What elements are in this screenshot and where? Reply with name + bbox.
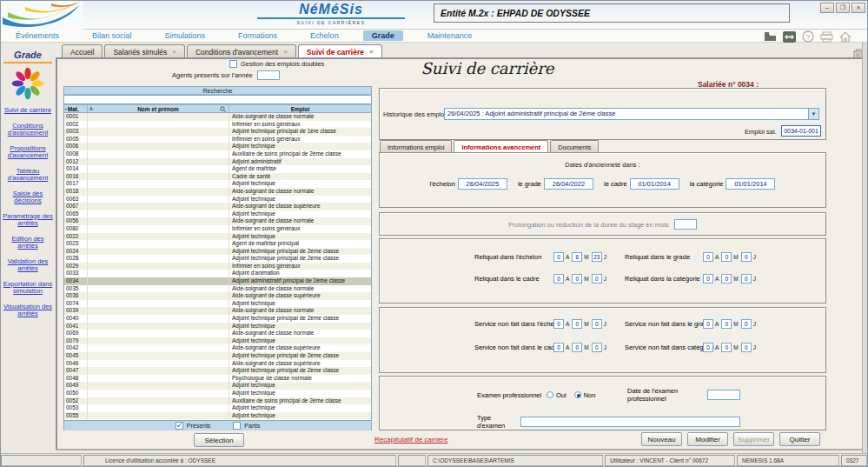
close-icon[interactable]: × [172,48,176,56]
table-row[interactable]: 0033Adjoint d'animation [64,270,371,277]
folder-icon[interactable] [764,31,777,42]
sidebar-item-suivi-de-carriere[interactable]: Suivi de carrière [1,107,55,115]
sidebar-item-visualisation-des-arretes[interactable]: Visualisation des arrêtés [1,304,55,318]
tab-accueil[interactable]: Accueil [62,44,103,58]
presents-checkbox[interactable] [176,422,183,430]
emploi-sal-input[interactable]: 0034-01-001 [781,125,821,137]
help-icon[interactable]: ? [802,30,814,43]
restore-button[interactable]: ❐ [836,3,850,13]
anciennete-le-cadre-input[interactable]: 01/01/2014 [630,178,679,190]
reliquat-dans-le-cadre-j-input[interactable]: 0 [592,274,602,284]
stage-months-input[interactable] [674,219,697,230]
table-row[interactable]: 0034Adjoint administratif principal de 2… [64,277,371,285]
examen-date-input[interactable] [707,390,740,400]
column-emploi[interactable]: Emploi [229,105,371,112]
menu-item-grade[interactable]: Grade [363,30,403,41]
reliquat-dans-le-grade-m-input[interactable]: 0 [721,252,732,262]
reliquat-dans-le-grade-a-input[interactable]: 0 [703,252,713,262]
table-row[interactable]: 0006Adjoint technique [64,143,371,150]
table-row[interactable]: 0039Aide-soignant de classe normale [64,307,371,315]
partis-checkbox[interactable] [233,422,241,430]
service-non-fait-dans-l-echelon-a-input[interactable]: 0 [553,319,564,329]
presents-filter[interactable]: Présents [176,422,211,430]
service-non-fait-dans-l-echelon-m-input[interactable]: 0 [572,319,582,329]
tab-conditions-d-avancement[interactable]: Conditions d'avancement× [187,44,296,58]
sidebar-item-propositions-d-avancement[interactable]: Propositions d'avancement [1,145,55,160]
anciennete-la-categorie-input[interactable]: 01/01/2014 [726,178,775,190]
print-icon[interactable] [820,31,833,43]
table-row[interactable]: 0053Adjoint technique [64,404,371,412]
reliquat-dans-l-echelon-j-input[interactable]: 23 [592,252,602,262]
right-scroll-strip[interactable] [862,43,868,453]
service-non-fait-dans-categorie-a-input[interactable]: 0 [703,343,713,352]
tab-suivi-de-carriere[interactable]: Suivi de carrière× [298,44,382,58]
anciennete-le-grade-input[interactable]: 26/04/2022 [544,178,593,190]
table-row[interactable]: 0067Aide-soignant de classe supérieure [64,203,371,210]
table-row[interactable]: 0029Infirmier en soins généraux [64,263,371,270]
table-row[interactable]: 0014Agent de maîtrise [64,165,371,173]
nouveau-button[interactable]: Nouveau [641,432,682,446]
sidebar-item-exportation-dans-simulation[interactable]: Exportation dans simulation [1,281,55,296]
sidebar-item-parametrage-des-arretes[interactable]: Paramétrage des arrêtés [1,213,55,228]
table-row[interactable]: 0040Adjoint technique principal de 2ème … [64,315,371,323]
table-row[interactable]: 0045Adjoint technique principal de 2ème … [64,352,371,360]
table-row[interactable]: 0048Psychologue de classe normale [64,375,371,383]
table-row[interactable]: 0049Adjoint technique [64,382,371,390]
table-row[interactable]: 0079Adjoint technique [64,337,371,345]
service-non-fait-dans-le-cadre-j-input[interactable]: 0 [592,343,602,352]
table-row[interactable]: 0056Aide-soignant de classe normale [64,217,371,225]
table-row[interactable]: 0052Auxiliaire de soins principal de 2èm… [64,397,371,405]
table-row[interactable]: 0035Aide-soignant de classe normale [64,285,371,293]
resize-arrows-icon[interactable] [783,31,796,43]
partis-filter[interactable]: Partis [233,422,260,430]
table-row[interactable]: 0002Infirmier en soins généraux [64,121,371,129]
table-row[interactable]: 0001Aide-soignant de classe normale [64,113,371,121]
reliquat-dans-l-echelon-a-input[interactable]: 0 [553,252,564,262]
reliquat-dans-le-cadre-m-input[interactable]: 0 [572,274,582,284]
service-non-fait-dans-le-grade-m-input[interactable]: 0 [721,319,732,329]
sidebar-item-conditions-d-avancement[interactable]: Conditions d'avancement [1,123,55,137]
doubles-checkbox[interactable] [229,60,237,68]
menu-item-simulations[interactable]: Simulations [156,30,215,41]
service-non-fait-dans-le-cadre-m-input[interactable]: 0 [572,343,582,352]
table-row[interactable]: 0047Adjoint technique principal de 2ème … [64,367,371,375]
close-button[interactable]: × [851,3,865,13]
close-icon[interactable]: × [283,48,288,56]
tab-salaries-simules[interactable]: Salariés simulés× [104,44,185,58]
search-input[interactable] [64,95,371,104]
table-row[interactable]: 0041Adjoint technique [64,323,371,330]
reliquat-dans-la-categorie-a-input[interactable]: 0 [703,274,713,284]
menu-item-maintenance[interactable]: Maintenance [419,30,481,41]
sidebar-item-edition-des-arretes[interactable]: Edition des arrêtés [1,236,55,250]
detail-tab-documents[interactable]: Documents [550,140,599,153]
reliquat-dans-la-categorie-m-input[interactable]: 0 [721,274,732,284]
supprimer-button[interactable]: Supprimer [733,432,774,446]
menu-item-evenements[interactable]: Événements [7,30,68,41]
home-icon[interactable] [839,31,851,43]
table-row[interactable]: 0050Adjoint technique [64,390,371,397]
radio-oui[interactable]: Oui [547,391,567,399]
table-row[interactable]: 0065Adjoint technique [64,210,371,218]
reliquat-dans-la-categorie-j-input[interactable]: 0 [741,274,752,284]
table-row[interactable]: 0022Adjoint technique [64,233,371,241]
table-row[interactable]: 0063Adjoint technique [64,196,371,203]
table-row[interactable]: 0012Adjoint administratif [64,158,371,166]
menu-item-echelon[interactable]: Echelon [301,30,348,41]
sidebar-item-validation-des-arretes[interactable]: Validation des arrêtés [1,258,55,273]
minimize-button[interactable]: – [820,3,834,13]
table-row[interactable]: 0042Aide-soignant de classe supérieure [64,344,371,352]
reliquat-dans-le-cadre-a-input[interactable]: 0 [553,274,564,284]
anciennete-l-echelon-input[interactable]: 26/04/2025 [458,178,507,190]
agents-year-input[interactable] [257,70,280,80]
service-non-fait-dans-le-grade-j-input[interactable]: 0 [741,319,752,329]
column-mat[interactable]: ▪Mat. [64,105,87,112]
table-row[interactable]: 0074Adjoint technique [64,300,371,308]
history-dropdown[interactable]: 26/04/2025 : Adjoint administratif princ… [444,108,819,120]
table-row[interactable]: 0016Cadre de santé [64,173,371,181]
service-non-fait-dans-le-cadre-a-input[interactable]: 0 [553,343,564,352]
service-non-fait-dans-categorie-m-input[interactable]: 0 [721,343,732,352]
service-non-fait-dans-l-echelon-j-input[interactable]: 0 [592,319,602,329]
close-icon[interactable]: × [369,48,374,56]
sidebar-item-tableau-d-avancement[interactable]: Tableau d'avancement [1,168,55,183]
recap-carriere-link[interactable]: Récapitulatif de carrière [374,436,447,444]
